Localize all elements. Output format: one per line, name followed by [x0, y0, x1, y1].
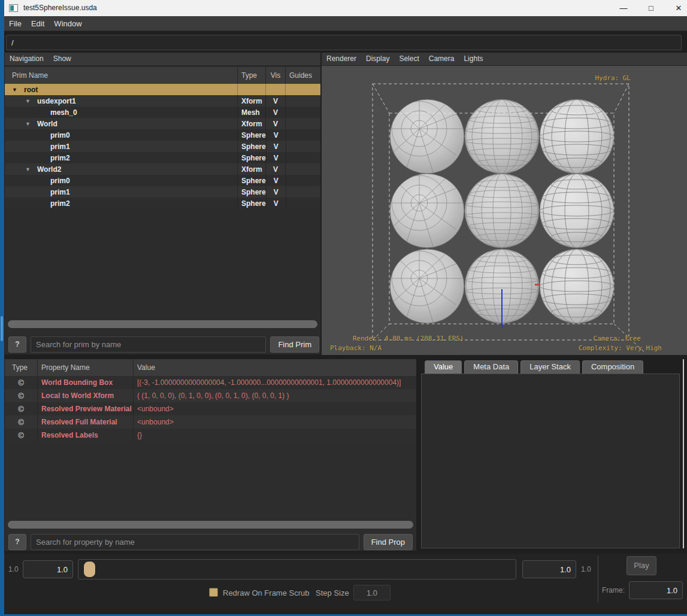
- step-size-input[interactable]: [353, 585, 391, 600]
- tree-row-prim2[interactable]: prim2SphereV: [5, 152, 320, 163]
- prim-search-input[interactable]: [31, 336, 266, 353]
- viewport-canvas[interactable]: Hydra: GL Render: 4.80 ms (208.31 FPS) P…: [322, 66, 687, 355]
- tree-row-prim0[interactable]: prim0SphereV: [5, 129, 320, 141]
- tree-menubar: NavigationShow: [5, 53, 320, 66]
- viewport-menu-camera[interactable]: Camera: [424, 53, 459, 63]
- tree-menu-show[interactable]: Show: [49, 53, 76, 63]
- window-border-left: [0, 0, 4, 616]
- expand-arrow-icon[interactable]: ▼: [12, 87, 24, 93]
- start-frame-label: 1.0: [8, 565, 19, 573]
- prim-type-label: Xform: [237, 163, 265, 175]
- maximize-button[interactable]: □: [638, 0, 664, 16]
- find-prop-button[interactable]: Find Prop: [364, 534, 413, 550]
- tab-meta-data[interactable]: Meta Data: [464, 360, 518, 374]
- tree-row-prim1[interactable]: prim1SphereV: [5, 186, 320, 198]
- tree-row-prim0[interactable]: prim0SphereV: [5, 175, 320, 186]
- property-value-label: ( (1, 0, 0, 0), (0, 1, 0, 0), (0, 0, 1, …: [133, 389, 416, 402]
- menu-edit[interactable]: Edit: [26, 16, 49, 28]
- prim-guides-cell: [286, 141, 320, 152]
- property-row[interactable]: ©Local to World Xform( (1, 0, 0, 0), (0,…: [5, 389, 416, 402]
- tab-layer-stack[interactable]: Layer Stack: [520, 360, 580, 374]
- prim-vis-toggle[interactable]: V: [265, 118, 285, 129]
- prim-vis-toggle[interactable]: V: [266, 175, 286, 186]
- prim-vis-toggle[interactable]: V: [266, 186, 286, 198]
- tab-value[interactable]: Value: [425, 360, 462, 374]
- hud-camera: Camera: Free: [594, 335, 641, 342]
- prim-guides-cell: [286, 152, 320, 163]
- frame-input[interactable]: [629, 581, 683, 599]
- property-horizontal-scrollbar[interactable]: [8, 521, 413, 529]
- property-row[interactable]: ©Resolved Preview Material<unbound>: [5, 402, 416, 415]
- end-frame-input[interactable]: [522, 560, 576, 578]
- tree-row-mesh_0[interactable]: mesh_0MeshV: [5, 107, 320, 118]
- close-button[interactable]: ✕: [665, 0, 687, 16]
- prim-search-help-button[interactable]: ?: [8, 336, 26, 353]
- tree-horizontal-scrollbar[interactable]: [8, 320, 317, 328]
- tree-row-World[interactable]: ▼WorldXformV: [5, 118, 320, 129]
- prim-guides-cell: [286, 129, 320, 141]
- prim-vis-toggle[interactable]: V: [266, 129, 286, 141]
- property-panel: Type Property Name Value ©World Bounding…: [5, 359, 416, 551]
- prim-name-label: root: [24, 86, 38, 94]
- menu-window[interactable]: Window: [49, 16, 86, 28]
- expand-arrow-icon[interactable]: ▼: [25, 166, 37, 172]
- property-table: ©World Bounding Box[(-3, -1.000000000000…: [5, 376, 416, 518]
- tree-row-World2[interactable]: ▼World2XformV: [5, 163, 320, 175]
- prim-name-label: prim0: [50, 131, 70, 139]
- tree-row-prim1[interactable]: prim1SphereV: [5, 141, 320, 152]
- viewport-menu-select[interactable]: Select: [394, 53, 423, 63]
- tree-row-root[interactable]: ▼root: [5, 84, 320, 95]
- prim-vis-toggle[interactable]: [265, 84, 285, 95]
- prim-vis-toggle[interactable]: V: [265, 95, 285, 107]
- panel-splitter[interactable]: [683, 359, 684, 548]
- property-search-help-button[interactable]: ?: [8, 534, 26, 550]
- minimize-button[interactable]: —: [610, 0, 637, 16]
- property-search-input[interactable]: [31, 534, 359, 550]
- column-header-property-name: Property Name: [37, 359, 133, 376]
- start-frame-input[interactable]: [23, 560, 73, 578]
- tree-menu-navigation[interactable]: Navigation: [5, 53, 49, 63]
- property-row[interactable]: ©World Bounding Box[(-3, -1.000000000000…: [5, 376, 416, 389]
- prim-tree: ▼root▼usdexport1XformVmesh_0MeshV▼WorldX…: [5, 84, 320, 319]
- column-header-guides: Guides: [285, 67, 320, 84]
- tree-row-prim2[interactable]: prim2SphereV: [5, 198, 320, 209]
- tab-composition[interactable]: Composition: [582, 360, 643, 374]
- frame-slider[interactable]: [78, 559, 516, 579]
- column-header-value: Value: [133, 359, 416, 376]
- menu-file[interactable]: File: [4, 16, 26, 28]
- property-row[interactable]: ©Resolved Labels{}: [5, 429, 416, 442]
- prim-vis-toggle[interactable]: V: [266, 198, 286, 209]
- property-value-label: <unbound>: [133, 402, 416, 415]
- axis-indicator-red: [535, 284, 540, 286]
- expand-arrow-icon[interactable]: ▼: [25, 121, 37, 127]
- find-prim-button[interactable]: Find Prim: [270, 336, 319, 353]
- column-header-vis: Vis: [265, 67, 285, 84]
- value-panel: ValueMeta DataLayer StackComposition: [421, 359, 682, 550]
- redraw-checkbox[interactable]: [209, 588, 218, 597]
- prim-guides-cell: [286, 186, 320, 198]
- computed-property-icon: ©: [5, 402, 37, 415]
- prim-vis-toggle[interactable]: V: [265, 107, 285, 118]
- column-header-type: Type: [237, 67, 265, 84]
- property-row[interactable]: ©Resolved Full Material<unbound>: [5, 415, 416, 429]
- expand-arrow-icon[interactable]: ▼: [25, 98, 37, 104]
- frame-slider-handle[interactable]: [83, 561, 96, 578]
- prim-vis-toggle[interactable]: V: [266, 141, 286, 152]
- column-header-prim-name: Prim Name: [5, 67, 237, 84]
- viewport-scene: [322, 66, 687, 355]
- prim-type-label: [237, 84, 265, 95]
- prim-vis-toggle[interactable]: V: [265, 163, 285, 175]
- viewport-menu-lights[interactable]: Lights: [459, 53, 488, 63]
- prim-vis-toggle[interactable]: V: [266, 152, 286, 163]
- prim-path-input[interactable]: [6, 35, 682, 50]
- computed-property-icon: ©: [5, 415, 37, 429]
- tree-row-usdexport1[interactable]: ▼usdexport1XformV: [5, 95, 320, 107]
- prim-name-label: World2: [37, 165, 61, 174]
- viewport-menu-renderer[interactable]: Renderer: [322, 53, 361, 63]
- viewport-menu-display[interactable]: Display: [361, 53, 394, 63]
- value-tabs: ValueMeta DataLayer StackComposition: [421, 360, 643, 374]
- hud-renderer: Hydra: GL: [595, 74, 631, 82]
- play-button[interactable]: Play: [627, 556, 656, 575]
- prim-type-label: Xform: [237, 95, 265, 107]
- prim-guides-cell: [285, 118, 320, 129]
